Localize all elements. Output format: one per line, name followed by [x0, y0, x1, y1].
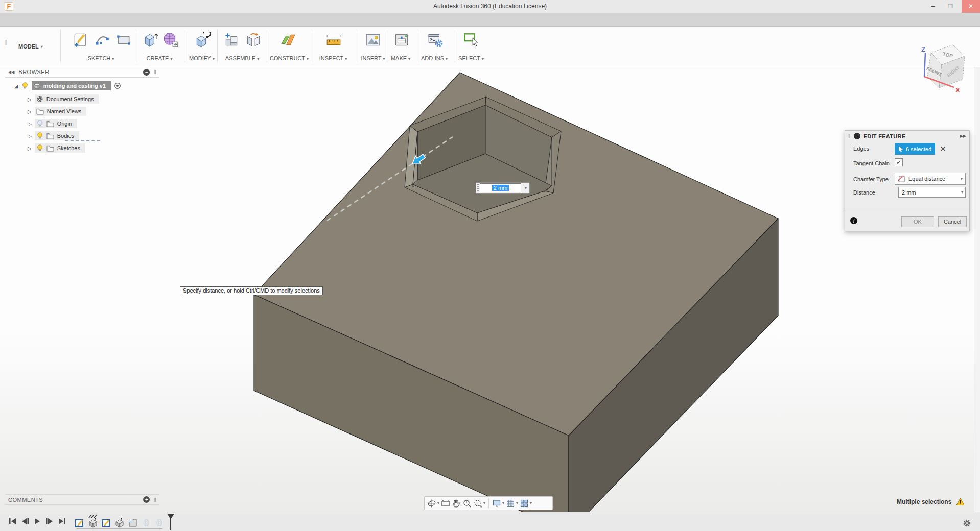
look-at-icon[interactable]	[441, 499, 450, 508]
remove-panel-icon[interactable]: −	[143, 69, 150, 76]
new-component-icon[interactable]	[223, 32, 240, 48]
browser-item-document-settings[interactable]: ▷ Document Settings	[28, 94, 99, 104]
panel-grip-icon[interactable]: ‖	[154, 497, 156, 503]
create-form-icon[interactable]	[162, 32, 179, 48]
timeline-mirror-feature-suppressed[interactable]	[154, 518, 165, 528]
ribbon-group-insert[interactable]: INSERT▾	[359, 55, 387, 61]
measure-icon[interactable]	[325, 32, 342, 48]
dimension-input-widget[interactable]: 2 mm ▾	[476, 182, 530, 194]
expand-closed-icon[interactable]: ▷	[28, 109, 32, 114]
display-settings-icon[interactable]	[492, 499, 501, 508]
pan-icon[interactable]	[452, 499, 461, 508]
timeline-go-to-start-button[interactable]	[9, 517, 17, 525]
distance-inline-input[interactable]: 2 mm	[480, 183, 521, 192]
ribbon-group-modify[interactable]: MODIFY▾	[187, 55, 217, 61]
close-button[interactable]: ✕	[962, 0, 980, 13]
right-panel-rail[interactable]	[974, 67, 980, 512]
expand-closed-icon[interactable]: ▷	[28, 133, 32, 139]
clear-selection-icon[interactable]: ✕	[940, 145, 946, 153]
panel-grip-icon[interactable]: ‖	[154, 69, 156, 75]
viewports-icon[interactable]	[520, 499, 529, 508]
timeline-play-button[interactable]	[33, 517, 41, 525]
display-caret-icon[interactable]: ▾	[502, 501, 504, 505]
ribbon-group-inspect[interactable]: INSPECT▾	[314, 55, 353, 61]
construct-plane-icon[interactable]	[280, 32, 296, 48]
collapse-panel-icon[interactable]: ◀◀	[8, 70, 14, 75]
distance-input[interactable]: 2 mm ▾	[898, 187, 966, 198]
ribbon-group-select[interactable]: SELECT▾	[457, 55, 485, 61]
timeline-chamfer-feature[interactable]	[128, 518, 138, 528]
bulb-on-icon[interactable]	[36, 144, 43, 152]
orbit-caret-icon[interactable]: ▾	[437, 501, 439, 505]
grid-settings-icon[interactable]	[506, 499, 515, 508]
dimension-caret-icon[interactable]: ▾	[522, 183, 529, 193]
grid-caret-icon[interactable]: ▾	[516, 501, 518, 505]
select-icon[interactable]	[463, 32, 479, 48]
tangent-chain-checkbox[interactable]: ✓	[895, 158, 903, 166]
make-3d-print-icon[interactable]	[393, 32, 410, 48]
timeline-sketch-feature[interactable]	[75, 518, 85, 528]
browser-root-row[interactable]: ◢ molding and casting v1	[14, 81, 121, 90]
browser-item-sketches[interactable]: ▷ Sketches	[28, 143, 85, 153]
timeline-extrude-feature[interactable]	[114, 518, 125, 528]
timeline-step-forward-button[interactable]	[45, 517, 54, 525]
dialog-grip-icon[interactable]: ‖	[848, 133, 851, 139]
browser-root-item[interactable]: molding and casting v1	[32, 81, 111, 90]
minimize-button[interactable]: –	[925, 0, 941, 13]
zoom-window-caret-icon[interactable]: ▾	[483, 501, 485, 505]
dialog-header[interactable]: ‖ − EDIT FEATURE ▶▶	[845, 131, 969, 141]
info-icon[interactable]: i	[850, 217, 857, 224]
timeline-position-marker[interactable]	[167, 514, 175, 530]
dialog-dock-icon[interactable]: ▶▶	[960, 134, 966, 138]
timeline-mirror-feature-suppressed[interactable]	[141, 518, 151, 528]
bulb-off-icon[interactable]	[36, 120, 43, 127]
ribbon-group-add-ins[interactable]: ADD-INS▾	[420, 55, 449, 61]
cancel-button[interactable]: Cancel	[938, 216, 967, 227]
dimension-drag-handle[interactable]	[477, 184, 479, 192]
activate-target-icon[interactable]	[114, 82, 121, 89]
browser-item-origin[interactable]: ▷ Origin	[28, 119, 77, 128]
timeline-step-back-button[interactable]	[21, 517, 29, 525]
insert-image-icon[interactable]	[365, 32, 381, 48]
ok-button[interactable]: OK	[901, 216, 934, 227]
zoom-window-icon[interactable]	[473, 499, 482, 508]
create-sketch-icon[interactable]	[73, 32, 89, 48]
joint-icon[interactable]	[245, 32, 262, 48]
ribbon-group-sketch[interactable]: SKETCH▾	[66, 55, 135, 61]
expand-closed-icon[interactable]: ▷	[28, 146, 32, 151]
dialog-collapse-icon[interactable]: −	[854, 133, 860, 139]
add-comment-icon[interactable]: +	[143, 496, 150, 503]
ribbon-group-construct[interactable]: CONSTRUCT▾	[268, 55, 311, 61]
add-ins-icon[interactable]	[427, 32, 444, 48]
view-cube[interactable]: TOP FRONT RIGHT Z X	[918, 43, 978, 96]
chamfer-type-dropdown[interactable]: Equal distance ▾	[895, 173, 966, 185]
ribbon-group-assemble[interactable]: ASSEMBLE▾	[220, 55, 265, 61]
workspace-selector[interactable]: MODEL ▾	[18, 43, 43, 50]
model-canvas[interactable]	[0, 67, 980, 512]
bulb-on-icon[interactable]	[36, 132, 43, 139]
timeline-go-to-end-button[interactable]	[58, 517, 66, 525]
bulb-on-icon[interactable]	[21, 82, 29, 89]
edges-selection-button[interactable]: 6 selected	[895, 143, 935, 155]
browser-item-named-views[interactable]: ▷ Named Views	[28, 107, 86, 116]
press-pull-icon[interactable]	[194, 32, 211, 48]
maximize-button[interactable]: ❒	[942, 0, 959, 13]
ribbon-group-create[interactable]: CREATE▾	[139, 55, 180, 61]
viewports-caret-icon[interactable]: ▾	[530, 501, 532, 505]
timeline-settings-gear-icon[interactable]	[963, 519, 971, 527]
sketch-arc-icon[interactable]	[94, 32, 110, 48]
expand-closed-icon[interactable]: ▷	[28, 121, 32, 127]
distance-caret-icon[interactable]: ▾	[961, 190, 963, 195]
expand-open-icon[interactable]: ◢	[14, 83, 18, 89]
orbit-icon[interactable]	[427, 499, 436, 508]
sketch-rectangle-icon[interactable]	[115, 32, 132, 48]
browser-item-bodies[interactable]: ▷ Bodies	[28, 131, 79, 140]
ribbon-grip-icon[interactable]: ‖	[4, 39, 8, 47]
extrude-icon[interactable]	[142, 32, 158, 48]
model-viewport[interactable]: TOP FRONT RIGHT Z X 2 mm ▾ Specify dista…	[0, 67, 980, 512]
ribbon-group-make[interactable]: MAKE▾	[388, 55, 413, 61]
timeline-sketch-feature[interactable]	[101, 518, 111, 528]
expand-closed-icon[interactable]: ▷	[28, 96, 32, 102]
zoom-icon[interactable]	[462, 499, 472, 508]
timeline-extrude-feature[interactable]	[88, 518, 98, 528]
